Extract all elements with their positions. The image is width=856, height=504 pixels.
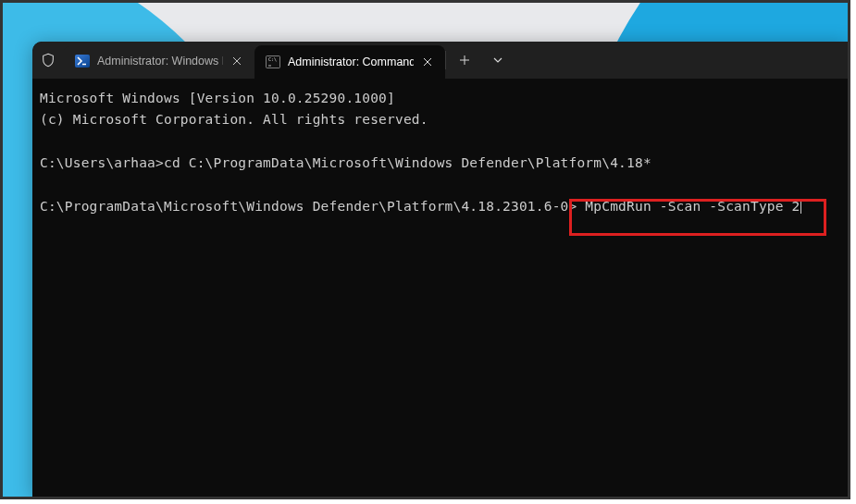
typed-command: MpCmdRun -Scan -ScanType 2 xyxy=(577,199,800,214)
tab-label: Administrator: Command Prompt xyxy=(288,55,414,68)
blank-line xyxy=(40,131,838,153)
terminal-window: Administrator: Windows PowerShell C:\ xyxy=(32,42,848,497)
tab-command-prompt[interactable]: C:\ Administrator: Command Prompt xyxy=(254,45,445,79)
powershell-icon xyxy=(75,54,90,68)
tab-dropdown-button[interactable] xyxy=(483,42,513,79)
banner-line: Microsoft Windows [Version 10.0.25290.10… xyxy=(40,88,838,109)
banner-line: (c) Microsoft Corporation. All rights re… xyxy=(40,109,838,130)
prompt: C:\Users\arhaa> xyxy=(40,155,164,170)
new-tab-button[interactable] xyxy=(446,42,483,79)
tab-powershell[interactable]: Administrator: Windows PowerShell xyxy=(64,46,254,76)
command-line-1: C:\Users\arhaa>cd C:\ProgramData\Microso… xyxy=(40,153,838,174)
text-cursor xyxy=(800,199,801,214)
tab-label: Administrator: Windows PowerShell xyxy=(97,55,223,68)
screenshot-frame: Administrator: Windows PowerShell C:\ xyxy=(0,0,850,499)
close-icon[interactable] xyxy=(229,53,245,69)
title-bar: Administrator: Windows PowerShell C:\ xyxy=(32,42,848,79)
blank-line xyxy=(40,175,838,196)
close-icon[interactable] xyxy=(419,54,436,70)
admin-shield-icon xyxy=(32,42,64,79)
typed-command: cd C:\ProgramData\Microsoft\Windows Defe… xyxy=(164,155,651,170)
command-line-2: C:\ProgramData\Microsoft\Windows Defende… xyxy=(40,196,838,217)
svg-text:C:\: C:\ xyxy=(268,56,277,62)
cmd-icon: C:\ xyxy=(266,55,280,69)
prompt: C:\ProgramData\Microsoft\Windows Defende… xyxy=(40,199,577,214)
terminal-output[interactable]: Microsoft Windows [Version 10.0.25290.10… xyxy=(32,79,848,227)
